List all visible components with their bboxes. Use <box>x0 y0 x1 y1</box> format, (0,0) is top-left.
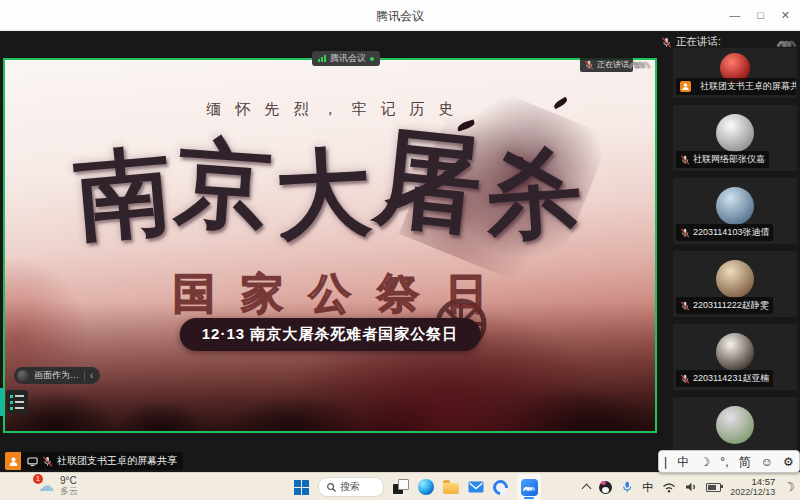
date-text: 2022/12/13 <box>730 487 775 497</box>
participant-avatar <box>716 187 754 225</box>
weather-condition-text: 多云 <box>60 486 78 496</box>
participant-name: 2203114231赵亚楠 <box>693 372 769 385</box>
notification-badge: 1 <box>33 474 43 484</box>
edge-browser-icon[interactable] <box>418 479 434 495</box>
battery-icon[interactable] <box>706 483 721 492</box>
mic-muted-icon <box>680 374 690 384</box>
mic-muted-icon <box>680 155 690 165</box>
poster-title-char: 京 <box>171 122 279 249</box>
ime-item[interactable]: °, <box>720 456 728 468</box>
participant-tile[interactable]: 社联团支书王卓的屏幕共享 <box>673 48 797 98</box>
mic-muted-icon <box>42 456 53 467</box>
tray-expand-chevron[interactable] <box>582 484 592 494</box>
participant-tile[interactable]: 社联网络部张仪嘉 <box>673 105 797 171</box>
maximize-button[interactable]: □ <box>757 9 764 21</box>
search-box[interactable]: 搜索 <box>318 477 384 497</box>
poster-outline-title: 国家公祭日 <box>5 266 655 322</box>
ime-item[interactable]: ☽ <box>699 456 710 468</box>
cloud-icon: ☁1 <box>38 477 54 495</box>
share-indicator-pill: 腾讯会议 <box>312 51 380 66</box>
qq-tray-icon[interactable] <box>599 481 612 494</box>
participant-name-chip: 社联网络部张仪嘉 <box>676 151 769 168</box>
float-pill-label: 画面作为… <box>34 369 79 382</box>
volume-icon[interactable] <box>685 481 697 493</box>
participant-avatar <box>716 406 754 444</box>
mic-muted-icon <box>680 228 690 238</box>
collapse-chevron-icon[interactable]: ‹ <box>90 371 93 381</box>
participant-avatar <box>716 114 754 152</box>
participant-name: 2203114103张迪倩 <box>693 226 769 239</box>
participant-tile[interactable]: 2203111222赵静雯 <box>673 251 797 317</box>
mic-muted-icon <box>680 301 690 311</box>
host-person-icon <box>680 81 691 92</box>
wifi-icon[interactable] <box>662 481 676 493</box>
list-icon <box>10 395 28 398</box>
speaking-chip-label: 正在讲话 <box>597 59 629 70</box>
share-pill-label: 腾讯会议 <box>330 52 366 65</box>
participant-list: 社联团支书王卓的屏幕共享 社联网络部张仪嘉 2203114103张迪倩 <box>661 48 800 472</box>
host-person-icon <box>5 452 21 470</box>
poster-title-char: 杀 <box>481 131 589 258</box>
participant-name: 2203111222赵静雯 <box>693 299 769 312</box>
meeting-logo-watermark <box>775 35 797 49</box>
participant-name-chip: 2203114103张迪倩 <box>676 224 773 241</box>
meeting-app-icon[interactable] <box>517 474 541 500</box>
ime-item[interactable]: | <box>664 456 667 468</box>
close-button[interactable]: ✕ <box>781 9 790 22</box>
weather-widget[interactable]: ☁1 9°C 多云 <box>38 476 78 496</box>
participant-tile[interactable]: 2203114231赵亚楠 <box>673 324 797 390</box>
emoji-icon <box>17 370 29 382</box>
participant-name-chip: 社联团支书王卓的屏幕共享 <box>676 78 796 95</box>
participant-name: 社联团支书王卓的屏幕共享 <box>700 80 796 93</box>
shared-screen-video[interactable]: 缅怀先烈，牢记历史 南京大屠杀 国家公祭日 12·13 南京大屠杀死难者国家公祭… <box>3 58 657 433</box>
speaking-header-label: 正在讲话: <box>676 35 771 49</box>
live-dot-icon <box>370 57 374 61</box>
browser-app-icon[interactable] <box>490 476 511 497</box>
search-label: 搜索 <box>340 480 360 494</box>
screen-share-icon <box>27 456 38 467</box>
mic-muted-icon <box>661 37 672 48</box>
poster-main-title: 南京大屠杀 <box>5 126 655 266</box>
poster-title-char: 南 <box>70 130 180 258</box>
poster-title-char: 屠 <box>370 116 492 247</box>
participant-tile[interactable]: 2203114103张迪倩 <box>673 178 797 244</box>
windows-start-button[interactable] <box>294 480 309 495</box>
mic-in-use-icon[interactable] <box>621 481 633 493</box>
task-view-button[interactable] <box>393 479 409 495</box>
annotation-list-button[interactable] <box>6 390 28 414</box>
taskbar: ☁1 9°C 多云 搜索 中 <box>0 472 800 500</box>
signal-bars-icon <box>318 55 326 62</box>
participant-avatar <box>716 260 754 298</box>
share-banner-chip: 社联团支书王卓的屏幕共享 <box>5 452 183 470</box>
speaking-header: 正在讲话: <box>661 35 797 49</box>
clock[interactable]: 14:57 2022/12/13 <box>730 477 775 497</box>
floating-panel-pill[interactable]: 画面作为… ‹ <box>14 367 100 384</box>
night-mode-icon[interactable]: ☽ <box>783 479 797 495</box>
screen: 腾讯会议 — □ ✕ 缅怀先烈，牢记历史 南京大屠杀 国家公祭日 12·13 南… <box>0 0 800 500</box>
search-icon <box>326 482 337 493</box>
window-title: 腾讯会议 <box>0 8 800 25</box>
time-text: 14:57 <box>751 477 775 487</box>
mic-muted-icon <box>584 60 594 70</box>
poster-subtitle: 缅怀先烈，牢记历史 <box>5 100 655 119</box>
participant-avatar <box>716 333 754 371</box>
participant-name: 社联网络部张仪嘉 <box>693 153 765 166</box>
minimize-button[interactable]: — <box>729 9 740 21</box>
ime-language-indicator[interactable]: 中 <box>642 480 653 495</box>
ime-item[interactable]: 中 <box>677 456 689 468</box>
file-explorer-icon[interactable] <box>443 483 459 494</box>
mail-app-icon[interactable] <box>468 481 484 493</box>
ime-item[interactable]: ☺ <box>761 456 773 468</box>
temperature-text: 9°C <box>60 476 78 486</box>
edge-handle[interactable] <box>0 388 4 416</box>
participant-name-chip: 2203114231赵亚楠 <box>676 370 773 387</box>
memorial-day-banner: 12·13 南京大屠杀死难者国家公祭日 <box>180 318 481 351</box>
meeting-logo-watermark <box>626 55 652 71</box>
window-titlebar: 腾讯会议 — □ ✕ <box>0 0 800 31</box>
ime-item[interactable]: ⚙ <box>783 456 794 468</box>
poster-title-char: 大 <box>272 131 378 256</box>
ime-toolbar[interactable]: |中☽°,简☺⚙ <box>658 450 800 473</box>
share-banner-text: 社联团支书王卓的屏幕共享 <box>57 454 177 468</box>
ime-item[interactable]: 简 <box>739 456 751 468</box>
participant-name-chip: 2203111222赵静雯 <box>676 297 773 314</box>
